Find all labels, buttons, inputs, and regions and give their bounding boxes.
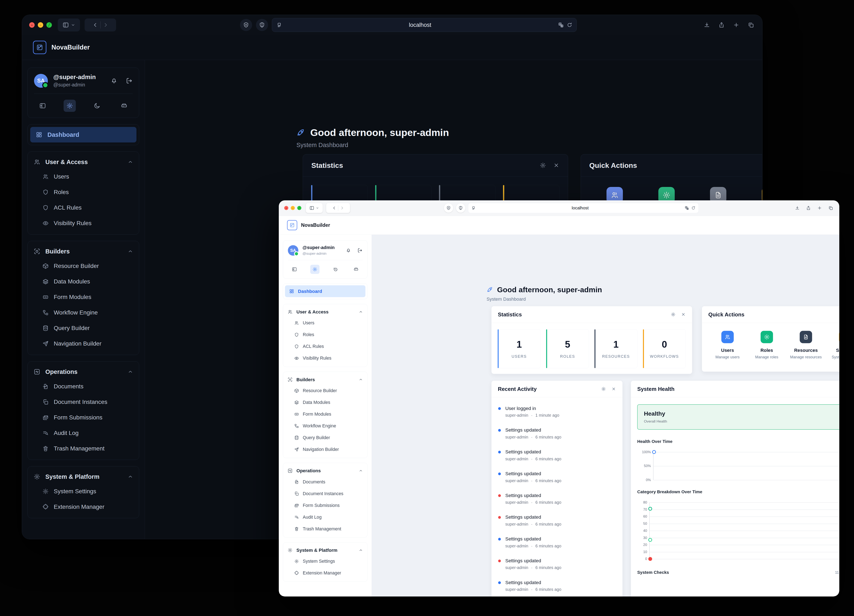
quick-action-resources[interactable]: ResourcesManage resources (789, 331, 823, 359)
activity-item: Settings updated super-admin · 6 minutes… (498, 558, 616, 570)
sidebar-toggle-button[interactable] (306, 203, 323, 213)
shield-button[interactable] (456, 203, 465, 213)
notifications-button[interactable] (346, 248, 351, 253)
sidebar-item-acl-rules[interactable]: ACL Rules (30, 200, 136, 216)
section-header-operations[interactable]: Operations (285, 465, 366, 476)
system-checks-row: System Checks 11 of 11 checks executed (637, 570, 839, 575)
sidebar-item-data-modules[interactable]: Data Modules (285, 397, 366, 408)
quick-action-roles[interactable]: RolesManage roles (750, 331, 784, 359)
logout-button[interactable] (125, 77, 133, 84)
tab-overview-button[interactable] (747, 21, 755, 29)
address-bar[interactable]: localhost (272, 18, 577, 32)
section-header-builders[interactable]: Builders (30, 245, 136, 258)
sidebar-item-roles[interactable]: Roles (285, 329, 366, 341)
tab-overview-button[interactable] (828, 205, 834, 211)
sidebar-toggle-button[interactable] (58, 18, 80, 32)
translate-icon (685, 206, 689, 210)
sidebar-item-workflow-engine[interactable]: Workflow Engine (30, 305, 136, 320)
share-button[interactable] (717, 21, 726, 29)
sidebar-item-users[interactable]: Users (30, 169, 136, 184)
minimize-window-button[interactable]: − (38, 22, 43, 28)
sidebar-item-query-builder[interactable]: Query Builder (30, 320, 136, 336)
history-nav-buttons[interactable] (85, 18, 116, 32)
sidebar-item-form-submissions[interactable]: Form Submissions (285, 500, 366, 511)
quick-action-users[interactable]: UsersManage users (711, 331, 744, 359)
collapse-sidebar-button[interactable] (290, 265, 299, 274)
avatar[interactable]: SA (288, 245, 298, 256)
sidebar-item-form-submissions[interactable]: Form Submissions (30, 410, 136, 425)
sidebar-item-audit-log[interactable]: Audit Log (30, 425, 136, 441)
widget-settings-button[interactable] (540, 162, 546, 169)
sidebar-item-documents[interactable]: Documents (285, 476, 366, 488)
section-header-operations[interactable]: Operations (30, 365, 136, 379)
zoom-window-button[interactable]: ╱ (297, 206, 302, 210)
minimize-window-button[interactable]: − (291, 206, 295, 210)
section-header-system-platform[interactable]: System & Platform (285, 545, 366, 555)
sidebar-item-visibility-rules[interactable]: Visibility Rules (30, 216, 136, 231)
puzzle-icon (43, 504, 49, 510)
share-button[interactable] (805, 205, 811, 211)
sidebar-item-dashboard[interactable]: Dashboard (285, 285, 366, 297)
sidebar-item-extension-manager[interactable]: Extension Manager (30, 499, 136, 515)
sidebar-item-extension-manager[interactable]: Extension Manager (285, 567, 366, 579)
address-bar[interactable]: localhost (468, 203, 698, 213)
system-info-button[interactable] (118, 100, 130, 112)
widget-settings-button[interactable] (601, 386, 606, 391)
nav-section-system-platform: System & Platform System Settings Extens… (283, 542, 368, 582)
widget-close-button[interactable] (553, 162, 560, 169)
section-header-user-access[interactable]: User & Access (30, 155, 136, 169)
new-tab-button[interactable] (816, 205, 823, 211)
settings-tool-button[interactable] (64, 100, 76, 112)
sidebar-item-acl-rules[interactable]: ACL Rules (285, 341, 366, 353)
profile-card: SA @super-admin @super-admin (283, 240, 368, 278)
theme-toggle-button[interactable] (91, 100, 103, 112)
widget-settings-button[interactable] (671, 312, 676, 317)
quick-action-settings[interactable]: SettingsSystem settings (828, 331, 839, 359)
new-tab-button[interactable] (732, 21, 740, 29)
collapse-sidebar-button[interactable] (37, 100, 49, 112)
downloads-button[interactable] (794, 205, 801, 211)
notifications-button[interactable] (110, 77, 117, 84)
widget-close-button[interactable] (612, 386, 616, 391)
sidebar-item-documents[interactable]: Documents (30, 379, 136, 394)
sidebar-item-dashboard[interactable]: Dashboard (30, 127, 136, 143)
sidebar-item-system-settings[interactable]: System Settings (285, 555, 366, 567)
close-window-button[interactable]: × (29, 22, 35, 28)
logout-button[interactable] (357, 248, 363, 253)
sidebar-item-roles[interactable]: Roles (30, 184, 136, 200)
sidebar-item-users[interactable]: Users (285, 317, 366, 329)
sidebar-item-query-builder[interactable]: Query Builder (285, 432, 366, 444)
sidebar-item-resource-builder[interactable]: Resource Builder (30, 258, 136, 274)
sidebar-item-data-modules[interactable]: Data Modules (30, 274, 136, 289)
downloads-button[interactable] (703, 21, 711, 29)
tracking-protection-button[interactable] (444, 203, 453, 213)
widget-close-button[interactable] (681, 312, 686, 317)
dashboard-grid-icon (289, 289, 294, 294)
section-header-system-platform[interactable]: System & Platform (30, 470, 136, 484)
section-header-user-access[interactable]: User & Access (285, 307, 366, 317)
sidebar-item-form-modules[interactable]: Form Modules (30, 289, 136, 305)
settings-tool-button[interactable] (310, 265, 320, 274)
zoom-window-button[interactable]: ╱ (46, 22, 52, 28)
tracking-protection-button[interactable] (240, 19, 252, 31)
sidebar-item-audit-log[interactable]: Audit Log (285, 511, 366, 523)
puzzle-icon (294, 571, 299, 575)
avatar[interactable]: SA (34, 74, 48, 88)
shield-button[interactable] (256, 19, 268, 31)
sidebar-item-trash-management[interactable]: Trash Management (30, 441, 136, 456)
sidebar-item-trash-management[interactable]: Trash Management (285, 523, 366, 535)
system-info-button[interactable] (351, 265, 361, 274)
history-nav-buttons[interactable] (326, 203, 350, 213)
sidebar-item-form-modules[interactable]: Form Modules (285, 408, 366, 420)
section-header-builders[interactable]: Builders (285, 374, 366, 385)
sidebar-item-visibility-rules[interactable]: Visibility Rules (285, 353, 366, 364)
sidebar-item-system-settings[interactable]: System Settings (30, 484, 136, 499)
theme-toggle-button[interactable] (331, 265, 340, 274)
sidebar-item-navigation-builder[interactable]: Navigation Builder (30, 336, 136, 351)
sidebar-item-document-instances[interactable]: Document Instances (285, 488, 366, 500)
sidebar-item-resource-builder[interactable]: Resource Builder (285, 385, 366, 397)
sidebar-item-navigation-builder[interactable]: Navigation Builder (285, 444, 366, 455)
close-window-button[interactable]: × (284, 206, 288, 210)
sidebar-item-workflow-engine[interactable]: Workflow Engine (285, 420, 366, 432)
sidebar-item-document-instances[interactable]: Document Instances (30, 394, 136, 410)
